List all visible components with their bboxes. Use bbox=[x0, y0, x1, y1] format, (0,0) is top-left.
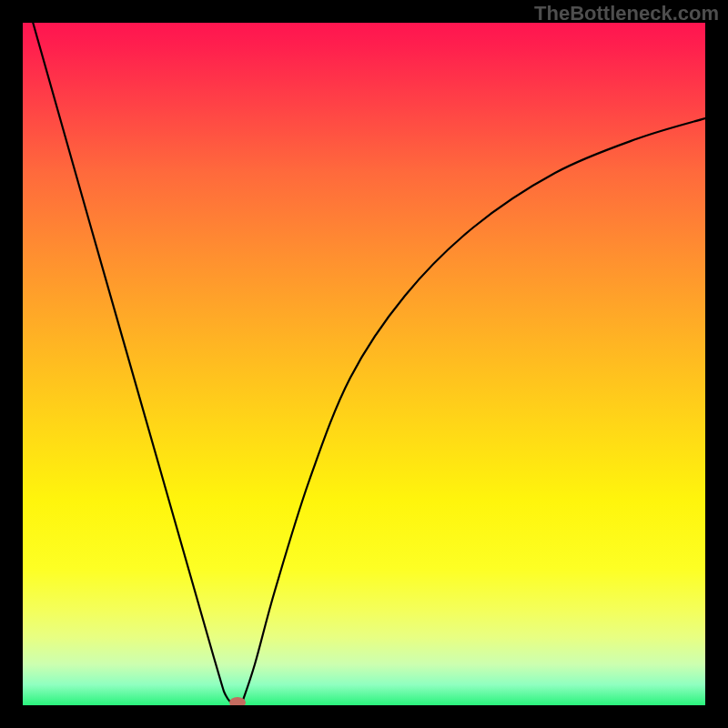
curve-right-branch bbox=[241, 118, 705, 705]
plot-area bbox=[23, 23, 705, 705]
bottleneck-curve bbox=[23, 23, 705, 705]
minimum-marker bbox=[229, 697, 246, 705]
curve-left-branch bbox=[33, 23, 241, 705]
chart-frame: TheBottleneck.com bbox=[0, 0, 728, 728]
